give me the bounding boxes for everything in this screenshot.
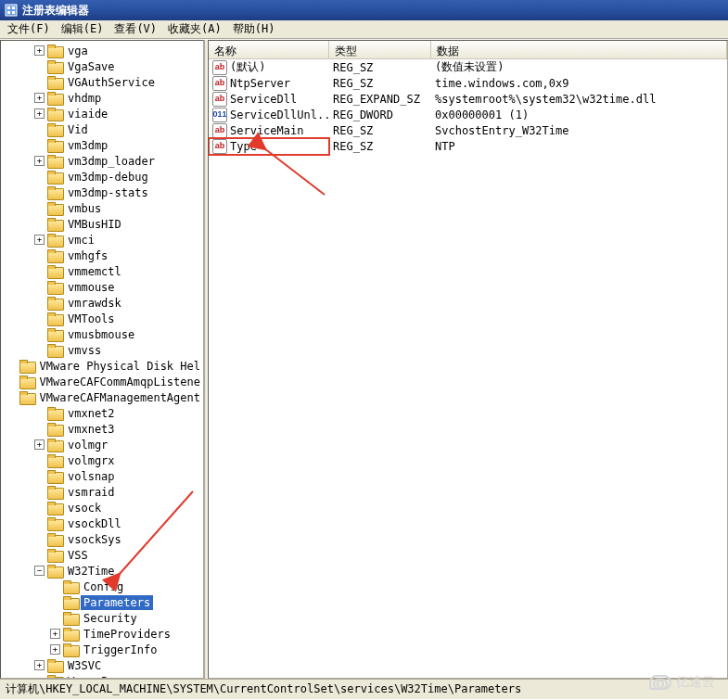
- tree-node-label[interactable]: vmci: [65, 233, 97, 248]
- tree-node-label[interactable]: Config: [81, 579, 126, 594]
- tree-node[interactable]: VMwareCAFManagementAgent: [3, 389, 203, 405]
- tree-node-label[interactable]: vmvss: [65, 343, 104, 358]
- tree-node-label[interactable]: VGAuthService: [65, 75, 158, 90]
- tree-node-label[interactable]: VMBusHID: [65, 217, 124, 232]
- expander-icon[interactable]: +: [50, 644, 60, 655]
- expander-icon[interactable]: +: [34, 660, 45, 670]
- tree-node-label[interactable]: vmmemctl: [65, 264, 124, 279]
- tree-node-label[interactable]: vmxnet3: [65, 422, 118, 437]
- tree-node[interactable]: vmvss: [3, 342, 203, 358]
- tree-node[interactable]: WacomPen: [3, 673, 203, 679]
- tree-node[interactable]: volsnap: [3, 468, 203, 484]
- tree-node[interactable]: vm3dmp-debug: [3, 169, 203, 185]
- tree-node-label[interactable]: Parameters: [81, 595, 153, 610]
- tree-node[interactable]: vsmraid: [3, 484, 203, 500]
- tree-node-label[interactable]: VMwareCAFCommAmqpListene: [37, 375, 203, 389]
- tree-node-label[interactable]: vmhgfs: [65, 248, 110, 263]
- tree-node[interactable]: +viaide: [3, 106, 203, 121]
- tree-node[interactable]: volmgrx: [3, 452, 203, 468]
- tree-node[interactable]: +vhdmp: [3, 90, 203, 106]
- tree-node-label[interactable]: VSS: [65, 548, 91, 563]
- col-data[interactable]: 数据: [431, 41, 727, 58]
- tree-node[interactable]: vmxnet2: [3, 405, 203, 421]
- tree-node[interactable]: vsock: [3, 500, 203, 515]
- tree-node-label[interactable]: volmgr: [65, 438, 110, 452]
- tree-node-label[interactable]: vsockDll: [65, 516, 124, 531]
- menu-edit[interactable]: 编辑(E): [56, 19, 109, 39]
- expander-icon[interactable]: +: [34, 439, 45, 450]
- tree-node-label[interactable]: W32Time: [65, 564, 118, 579]
- tree-node[interactable]: vmrawdsk: [3, 295, 203, 311]
- tree-node-label[interactable]: vga: [65, 44, 91, 58]
- tree-node-label[interactable]: vmxnet2: [65, 406, 118, 421]
- menu-favorites[interactable]: 收藏夹(A): [162, 19, 227, 39]
- tree-node[interactable]: vmmemctl: [3, 263, 203, 279]
- tree-node[interactable]: vmbus: [3, 200, 203, 216]
- col-type[interactable]: 类型: [329, 41, 431, 58]
- tree-node-label[interactable]: TriggerInfo: [81, 643, 160, 657]
- expander-icon[interactable]: −: [34, 566, 45, 576]
- tree-node[interactable]: +vga: [3, 43, 203, 58]
- tree-node[interactable]: vmhgfs: [3, 248, 203, 263]
- expander-icon[interactable]: +: [34, 108, 45, 119]
- tree-node-label[interactable]: vsmraid: [65, 485, 118, 500]
- tree-node[interactable]: vmmouse: [3, 279, 203, 295]
- value-row[interactable]: abServiceMainREG_SZSvchostEntry_W32Time: [209, 122, 727, 138]
- value-row[interactable]: abNtpServerREG_SZtime.windows.com,0x9: [209, 75, 727, 91]
- tree-node[interactable]: vm3dmp: [3, 137, 203, 153]
- tree-node-label[interactable]: Security: [81, 611, 140, 626]
- tree-node[interactable]: Security: [3, 610, 203, 626]
- tree-node[interactable]: VMwareCAFCommAmqpListene: [3, 374, 203, 389]
- tree-node[interactable]: vsockSys: [3, 531, 203, 547]
- menu-view[interactable]: 查看(V): [109, 19, 162, 39]
- tree-node[interactable]: VMBusHID: [3, 216, 203, 232]
- tree-node[interactable]: +vmci: [3, 232, 203, 248]
- value-row[interactable]: abServiceDllREG_EXPAND_SZ%systemroot%\sy…: [209, 91, 727, 107]
- tree-node-label[interactable]: vsockSys: [65, 532, 124, 547]
- col-name[interactable]: 名称: [209, 41, 329, 58]
- tree-node-label[interactable]: VgaSave: [65, 59, 118, 74]
- tree-node-label[interactable]: viaide: [65, 107, 110, 121]
- tree-node-label[interactable]: vhdmp: [65, 91, 104, 106]
- menu-file[interactable]: 文件(F): [2, 19, 56, 39]
- value-row[interactable]: 011ServiceDllUnl...REG_DWORD0x00000001 (…: [209, 107, 727, 122]
- expander-icon[interactable]: +: [34, 93, 45, 103]
- tree-node[interactable]: Config: [3, 579, 203, 594]
- tree-node[interactable]: VgaSave: [3, 58, 203, 74]
- tree-pane[interactable]: +vgaVgaSaveVGAuthService+vhdmp+viaideVid…: [0, 40, 204, 679]
- tree-node-label[interactable]: TimeProviders: [81, 627, 173, 642]
- tree-node[interactable]: VMTools: [3, 311, 203, 326]
- tree-node[interactable]: +volmgr: [3, 437, 203, 452]
- tree-node-label[interactable]: VMware Physical Disk Hel: [37, 359, 203, 374]
- tree-node-label[interactable]: VMTools: [65, 312, 118, 326]
- tree-node[interactable]: −W32Time: [3, 563, 203, 579]
- tree-node-label[interactable]: W3SVC: [65, 658, 104, 673]
- tree-node[interactable]: Parameters: [3, 594, 203, 610]
- expander-icon[interactable]: +: [50, 629, 60, 639]
- tree-node[interactable]: vsockDll: [3, 515, 203, 531]
- tree-node[interactable]: VSS: [3, 547, 203, 563]
- expander-icon[interactable]: +: [34, 235, 45, 245]
- tree-node-label[interactable]: vmusbmouse: [65, 327, 137, 342]
- tree-node[interactable]: VMware Physical Disk Hel: [3, 358, 203, 374]
- tree-node[interactable]: vmxnet3: [3, 421, 203, 437]
- tree-node-label[interactable]: vm3dmp_loader: [65, 154, 158, 169]
- tree-node-label[interactable]: vm3dmp-debug: [65, 170, 151, 185]
- tree-node[interactable]: +vm3dmp_loader: [3, 153, 203, 169]
- tree-node-label[interactable]: VMwareCAFManagementAgent: [37, 390, 203, 405]
- tree-node[interactable]: Vid: [3, 121, 203, 137]
- tree-node-label[interactable]: volmgrx: [65, 453, 118, 468]
- tree-node-label[interactable]: vm3dmp-stats: [65, 185, 151, 200]
- tree-node[interactable]: vmusbmouse: [3, 326, 203, 342]
- tree-node-label[interactable]: volsnap: [65, 469, 118, 484]
- tree-node-label[interactable]: vmmouse: [65, 280, 118, 295]
- tree-node[interactable]: vm3dmp-stats: [3, 185, 203, 200]
- tree-node[interactable]: +TimeProviders: [3, 626, 203, 642]
- list-pane[interactable]: 名称 类型 数据 ab(默认)REG_SZ(数值未设置)abNtpServerR…: [208, 40, 728, 679]
- tree-node[interactable]: +TriggerInfo: [3, 642, 203, 657]
- value-row[interactable]: abTypeREG_SZNTP: [209, 138, 727, 154]
- tree-node[interactable]: VGAuthService: [3, 74, 203, 90]
- tree-node-label[interactable]: vmrawdsk: [65, 296, 124, 311]
- expander-icon[interactable]: +: [34, 156, 45, 166]
- tree-node[interactable]: +W3SVC: [3, 657, 203, 673]
